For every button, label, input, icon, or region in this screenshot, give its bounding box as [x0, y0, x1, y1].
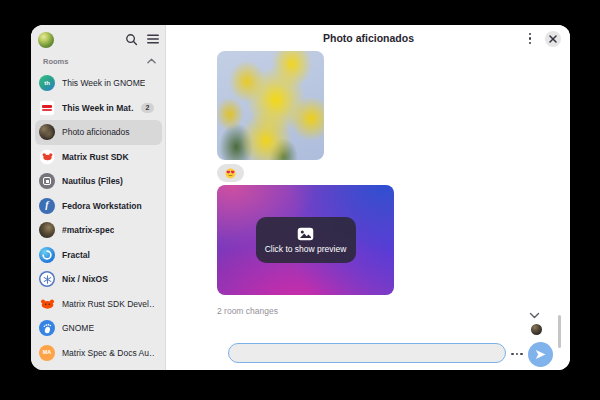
search-button[interactable] — [122, 31, 140, 47]
room-name: This Week in Mat… — [62, 103, 134, 113]
search-icon — [125, 33, 138, 46]
rust-crab-icon — [39, 149, 55, 165]
hamburger-menu-icon — [147, 34, 159, 44]
photo-avatar — [39, 124, 55, 140]
room-name: This Week in GNOME — [62, 78, 145, 88]
read-receipt-avatar[interactable] — [531, 324, 542, 335]
fedora-icon: f — [39, 198, 55, 214]
twim-icon — [39, 100, 55, 116]
heart-eyes-emoji-icon — [225, 168, 236, 179]
nix-icon — [39, 271, 55, 287]
sidebar-item-matrix-rust-sdk[interactable]: Matrix Rust SDK — [35, 145, 162, 170]
sidebar-item-matrix-rust-sdk-developers[interactable]: Matrix Rust SDK Devel… — [35, 292, 162, 317]
chat-header: Photo aficionados — [167, 25, 570, 51]
room-menu-button[interactable] — [523, 31, 537, 46]
sidebar-item-photo-aficionados[interactable]: Photo aficionados — [35, 120, 162, 145]
room-name: GNOME — [62, 323, 94, 333]
rooms-section-header[interactable]: Rooms — [43, 54, 156, 68]
room-name: Photo aficionados — [62, 127, 130, 137]
desktop-background: Rooms thThis Week in GNOMEThis Week in M… — [0, 0, 600, 400]
chat-pane: Photo aficionados — [167, 25, 570, 370]
sidebar-item-fractal[interactable]: Fractal — [35, 243, 162, 268]
ellipsis-icon — [511, 353, 513, 355]
message-input[interactable] — [228, 343, 506, 363]
sidebar-item-this-week-in-gnome[interactable]: thThis Week in GNOME — [35, 71, 162, 96]
room-name: Fedora Workstation — [62, 201, 142, 211]
gnome-icon — [39, 320, 55, 336]
kebab-icon — [529, 33, 531, 35]
sidebar-item-gnome[interactable]: GNOME — [35, 316, 162, 341]
room-name: Matrix Rust SDK Devel… — [62, 299, 154, 309]
send-button[interactable] — [528, 342, 553, 367]
show-preview-button[interactable]: Click to show preview — [256, 217, 356, 263]
room-name: #matrix-spec — [62, 225, 114, 235]
show-preview-label: Click to show preview — [265, 244, 347, 254]
sidebar-header — [31, 25, 165, 52]
sidebar-item-this-week-in-matrix[interactable]: This Week in Mat…2 — [35, 96, 162, 121]
fractal-icon — [39, 247, 55, 263]
image-icon — [297, 227, 314, 241]
room-name: Nautilus (Files) — [62, 176, 123, 186]
main-menu-button[interactable] — [144, 31, 162, 47]
room-name: Matrix Rust SDK — [62, 152, 129, 162]
close-button[interactable] — [545, 31, 561, 47]
reaction-pill[interactable] — [217, 164, 244, 182]
sidebar-item-nautilus-files[interactable]: Nautilus (Files) — [35, 169, 162, 194]
expand-room-changes-button[interactable] — [529, 306, 540, 314]
close-icon — [549, 35, 557, 43]
sidebar-item-nix-nixos[interactable]: Nix / NixOS — [35, 267, 162, 292]
room-name: Fractal — [62, 250, 90, 260]
room-name: Nix / NixOS — [62, 274, 108, 284]
room-name: Matrix Spec & Docs Au… — [62, 348, 154, 358]
ma-avatar-icon: MA — [39, 345, 55, 361]
chevron-up-icon — [147, 58, 156, 64]
scrollbar-thumb[interactable] — [558, 315, 561, 348]
room-changes-label: 2 room changes — [217, 306, 278, 316]
room-title: Photo aficionados — [323, 32, 414, 44]
nautilus-icon — [39, 173, 55, 189]
twig-icon: th — [39, 75, 55, 91]
rooms-section-label: Rooms — [43, 57, 68, 66]
room-changes-row: 2 room changes — [217, 305, 278, 317]
rooms-sidebar: Rooms thThis Week in GNOMEThis Week in M… — [31, 25, 166, 370]
blurred-media-preview[interactable]: Click to show preview — [217, 185, 394, 295]
image-attachment[interactable] — [217, 51, 324, 160]
chevron-down-icon — [529, 312, 540, 320]
more-options-button[interactable] — [509, 350, 525, 358]
sidebar-item-matrix-spec[interactable]: #matrix-spec — [35, 218, 162, 243]
sidebar-item-matrix-spec-docs[interactable]: MAMatrix Spec & Docs Au… — [35, 341, 162, 366]
room-list: thThis Week in GNOMEThis Week in Mat…2Ph… — [35, 71, 162, 365]
fractal-app-window: Rooms thThis Week in GNOMEThis Week in M… — [31, 25, 570, 370]
unread-badge: 2 — [141, 103, 154, 113]
ferris-icon — [39, 296, 55, 312]
matrix-spec-avatar — [39, 222, 55, 238]
sidebar-item-fedora-workstation[interactable]: fFedora Workstation — [35, 194, 162, 219]
account-avatar[interactable] — [38, 32, 54, 48]
paper-plane-icon — [534, 348, 547, 361]
